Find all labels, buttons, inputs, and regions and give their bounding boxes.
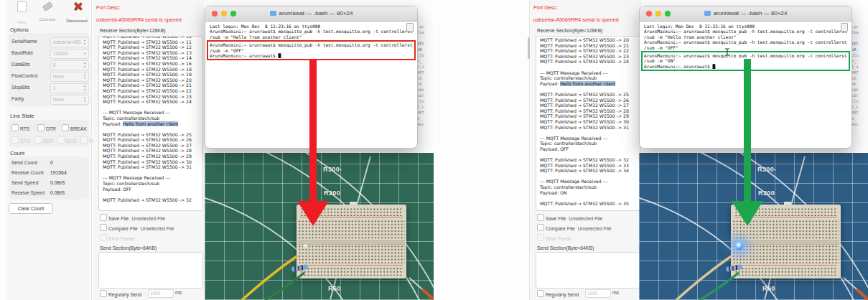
checkbox-icon[interactable] — [100, 214, 107, 221]
flow-control-select[interactable]: None ▴▾ — [50, 72, 89, 82]
log-line: MQTT: Published → STM32 W5500 -> 27 — [99, 143, 202, 149]
checkbox-label: DTR — [46, 126, 56, 131]
stepper-icon[interactable]: ▴▾ — [82, 95, 88, 104]
log-line: MQTT: Published → STM32 W5500 -> 24 — [99, 99, 202, 105]
folder-icon — [704, 11, 711, 16]
terminal-content[interactable]: Last login: Mon Dec 8 11:23:16 on ttys00… — [205, 22, 417, 60]
clear-count-button[interactable]: Clear Count — [9, 203, 53, 214]
stepper-icon[interactable]: ▴▾ — [82, 72, 88, 81]
led — [303, 244, 308, 249]
cts-checkbox: CTS — [11, 136, 30, 144]
terminal-line: Last login: Mon Dec 8 11:23:16 on ttys00… — [210, 24, 413, 29]
log-line: MQTT: Published → STM32 W5500 -> 32 — [99, 197, 202, 203]
log-line: MQTT: Published → STM32 W5500 -> 13 — [99, 50, 202, 56]
interval-input[interactable]: 1000 — [585, 289, 611, 298]
checkbox-icon[interactable] — [37, 124, 45, 131]
code-fragment: nt — [851, 81, 868, 87]
serial-name-select[interactable]: usbserial-A50... ▴▾ — [50, 37, 89, 47]
scrollbar-thumb[interactable] — [528, 37, 530, 59]
new-button[interactable]: New — [13, 1, 30, 27]
scroll-indicator-icon[interactable] — [406, 23, 414, 32]
break-checkbox[interactable]: BREAK — [62, 124, 87, 131]
send-section-title: Send Section(Byte<64KB) — [100, 245, 157, 250]
compare-file-checkbox[interactable]: Compare FileUnselected File — [100, 224, 174, 231]
code-fragment: O_ — [851, 58, 868, 64]
terminal-line: ArunsMacmini:~ arunrawat$ mosquitto_pub … — [644, 53, 847, 58]
log-line: Payload: Hello from another client — [99, 121, 202, 127]
checkbox-icon[interactable] — [62, 124, 69, 131]
interval-input[interactable]: 1000 — [148, 289, 174, 298]
code-fragment: id) — [417, 93, 434, 98]
compare-file-checkbox[interactable]: Compare FileUnselected File — [537, 224, 612, 231]
save-file-checkbox[interactable]: Save FileUnselected File — [537, 214, 602, 221]
send-input[interactable] — [98, 252, 203, 289]
code-fragment: 1_L — [417, 104, 434, 110]
terminal-titlebar: arunrawat — -bash — 80×24 — [205, 6, 417, 22]
log-line: MQTT: Published → STM32 W5500 -> 28 — [99, 148, 202, 154]
checkbox-label: Error Pause — [546, 236, 571, 241]
baud-rate-select[interactable]: 115200 ▾ — [50, 49, 89, 59]
regularly-send-checkbox[interactable]: Regularly Send — [537, 290, 579, 297]
serial-monitor-panel: Port Desc: usbserial-A5069RR4 serial is … — [531, 0, 641, 300]
receive-log[interactable]: MQTT: Published → STM32 W5500 -> 20MQTT:… — [536, 36, 640, 211]
log-line: MQTT: Published → STM32 W5500 -> 30 — [99, 159, 202, 165]
connect-button-label: Connect — [39, 17, 55, 22]
options-title: Options — [10, 27, 29, 33]
led-glowing — [735, 242, 743, 250]
checkbox-icon[interactable] — [100, 224, 107, 231]
checkbox-icon[interactable] — [537, 290, 544, 297]
log-line: MQTT: Published → STM32 W5500 -> 31 — [536, 125, 640, 131]
scroll-indicator-icon[interactable] — [841, 23, 848, 32]
serial-name-field: SerialName usbserial-A50... ▴▾ — [11, 37, 89, 47]
log-line — [99, 126, 202, 132]
dtr-checkbox[interactable]: DTR — [37, 124, 56, 131]
sidebar-divider — [91, 0, 92, 300]
connect-button[interactable]: Connect — [36, 1, 59, 24]
stop-bits-select[interactable]: 1 ▴▾ — [50, 83, 89, 93]
log-line — [536, 151, 640, 157]
code-fragment: Clo — [417, 52, 434, 58]
annotation-box-red: ArunsMacmini:~ arunrawat$ mosquitto_pub … — [207, 40, 416, 60]
code-fragment: IPl — [417, 41, 434, 47]
log-line: MQTT: Published → STM32 W5500 -> 25 — [99, 132, 202, 138]
checkbox-icon[interactable] — [537, 224, 544, 231]
parity-select[interactable]: None ▴▾ — [50, 95, 89, 105]
code-fragment: anc — [417, 121, 434, 127]
checkbox-icon — [57, 136, 65, 144]
receive-log[interactable]: MQTT: Published → STM32 W5500 -> 10MQTT:… — [98, 36, 203, 211]
disconnect-button[interactable]: Disconnect — [63, 1, 90, 25]
checkbox-label: DCD — [66, 139, 77, 144]
data-bits-select[interactable]: 8 ▴▾ — [50, 60, 89, 70]
code-fragment: Clo — [417, 98, 434, 104]
log-line: --- MQTT Message Received --- — [99, 110, 202, 116]
log-line: Payload: OFF — [536, 146, 640, 152]
code-fragment: O_ — [851, 116, 868, 121]
checkbox-icon — [80, 136, 88, 144]
checkbox-icon[interactable] — [537, 214, 544, 221]
checkbox-icon[interactable] — [100, 290, 107, 297]
code-fragment: UA — [417, 47, 434, 52]
checkbox-icon[interactable] — [11, 124, 19, 131]
terminal-lines: Last login: Mon Dec 8 11:23:16 on ttys00… — [210, 24, 413, 39]
port-desc-label: Port Desc: — [533, 4, 558, 11]
background-code-editor: .pcExa IPlUACloO_1_iARTchnt(Wiid)Clo1_LA… — [417, 24, 434, 147]
stepper-icon[interactable]: ▴▾ — [82, 84, 88, 93]
regularly-send-checkbox[interactable]: Regularly Send — [100, 290, 141, 297]
stop-bits-field: StopBits 1 ▴▾ — [11, 83, 89, 93]
log-line: MQTT: Published → STM32 W5500 -> 10 — [99, 36, 202, 39]
rts-checkbox[interactable]: RTS — [11, 124, 29, 131]
error-pause-checkbox: Error Pause — [100, 234, 134, 241]
stepper-icon[interactable]: ▴▾ — [82, 38, 88, 47]
terminal-line: /sub -m "Hello from another client" — [210, 34, 413, 39]
save-file-value: Unselected File — [569, 216, 602, 221]
send-input[interactable] — [536, 252, 640, 289]
checkbox-icon — [537, 234, 544, 241]
log-line: MQTT: Published → STM32 W5500 -> 16 — [99, 61, 202, 67]
chevron-down-icon[interactable]: ▾ — [82, 50, 88, 58]
field-label: BaudRate — [11, 50, 33, 55]
log-line: MQTT: Published → STM32 W5500 -> 20 — [536, 37, 640, 43]
stepper-icon[interactable]: ▴▾ — [82, 61, 88, 70]
log-line: Payload: Hello from another client — [536, 81, 640, 87]
save-file-checkbox[interactable]: Save FileUnselected File — [100, 214, 165, 221]
code-fragment: Exa — [851, 29, 868, 35]
